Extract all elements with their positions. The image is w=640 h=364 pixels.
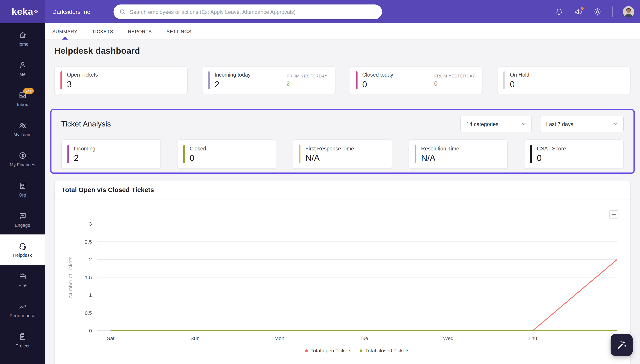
helpdesk-headset-icon — [18, 242, 27, 250]
sidebar-item-label: Me — [19, 72, 26, 76]
select-value: 14 categories — [467, 121, 498, 127]
ta-card-csat-score: CSAT Score 0 — [524, 140, 624, 169]
keka-logo[interactable]: keka — [0, 0, 45, 23]
accent-bar — [61, 72, 62, 89]
select-value: Last 7 days — [546, 121, 573, 127]
stat-card-on-hold: On Hold 0 — [497, 66, 630, 94]
user-avatar[interactable] — [623, 6, 634, 17]
page-title: Helpdesk dashboard — [54, 46, 630, 56]
from-yesterday-block: FROM YESTERDAY 0 — [434, 74, 477, 87]
legend-marker-icon — [360, 349, 362, 352]
accent-bar — [183, 145, 185, 163]
tab-tickets[interactable]: TICKETS — [92, 23, 113, 39]
org-building-icon — [18, 181, 27, 190]
search-input[interactable] — [130, 9, 377, 15]
accent-bar — [415, 145, 416, 163]
ta-card-incoming: Incoming 2 — [61, 140, 161, 169]
svg-text:Wed: Wed — [443, 335, 453, 341]
svg-text:0.5: 0.5 — [85, 310, 92, 316]
settings-gear-icon[interactable] — [593, 7, 602, 16]
sidebar-item-my-finances[interactable]: My Finances — [0, 144, 45, 174]
stat-value: 3 — [67, 79, 98, 89]
announcements-icon[interactable] — [574, 7, 583, 16]
accent-bar — [68, 145, 69, 163]
keka-flower-icon — [34, 5, 38, 16]
sidebar: Home Me 241 Inbox My Team My Finances Or… — [0, 23, 45, 364]
sidebar-item-project[interactable]: Project — [0, 325, 45, 355]
stat-label: Closed today — [362, 72, 393, 78]
sidebar-item-label: Project — [16, 343, 29, 348]
tab-reports[interactable]: REPORTS — [128, 23, 152, 39]
tab-summary[interactable]: SUMMARY — [52, 23, 77, 39]
legend-item[interactable]: Total open Tickets — [305, 348, 351, 354]
sidebar-item-hire[interactable]: Hire — [0, 264, 45, 295]
tickets-chart-svg: 00.511.522.53SatSunMonTueWedThuNumber of… — [61, 220, 624, 347]
notifications-bell-icon[interactable] — [555, 7, 564, 16]
stat-value: 0 — [190, 153, 206, 163]
sidebar-item-label: Hire — [18, 283, 27, 288]
date-range-select[interactable]: Last 7 days — [540, 116, 624, 132]
search-icon — [119, 8, 126, 16]
sidebar-item-label: Helpdesk — [13, 252, 32, 258]
engage-icon — [18, 211, 27, 220]
sidebar-item-my-team[interactable]: My Team — [0, 114, 45, 144]
svg-text:2.5: 2.5 — [85, 239, 92, 245]
accent-bar — [299, 145, 300, 163]
sidebar-item-label: Engage — [15, 222, 30, 228]
svg-text:3: 3 — [89, 221, 92, 227]
ticket-analysis-header: Ticket Analysis 14 categories Last 7 day… — [61, 116, 624, 132]
chart-title: Total Open v/s Closed Tickets — [62, 186, 154, 193]
stat-label: Resolution Time — [421, 145, 459, 151]
svg-text:1.5: 1.5 — [85, 274, 92, 280]
from-yesterday-value: 2 ↑ — [287, 80, 328, 87]
sidebar-item-performance[interactable]: Performance — [0, 295, 45, 325]
sidebar-item-org[interactable]: Org — [0, 174, 45, 204]
legend-label: Total closed Tickets — [365, 348, 409, 354]
legend-label: Total open Tickets — [310, 348, 351, 354]
accent-bar — [208, 72, 209, 89]
summary-cards-row: Open Tickets 3 Incoming today 2 FROM YES… — [54, 66, 630, 94]
legend-item[interactable]: Total closed Tickets — [360, 348, 409, 354]
svg-text:2: 2 — [89, 256, 92, 262]
stat-label: Incoming — [74, 145, 96, 151]
user-icon — [18, 60, 27, 69]
helpdesk-tabbar: SUMMARY TICKETS REPORTS SETTINGS — [45, 23, 640, 40]
project-clipboard-icon — [18, 332, 27, 341]
ticket-analysis-cards-row: Incoming 2 Closed 0 First Response Time — [61, 140, 624, 169]
finances-icon — [18, 151, 27, 160]
chart-context-menu-button[interactable] — [609, 210, 618, 218]
sidebar-item-label: My Finances — [10, 162, 35, 167]
stat-value: N/A — [421, 153, 459, 163]
ai-assistant-button[interactable] — [611, 334, 632, 356]
ticket-analysis-section: Ticket Analysis 14 categories Last 7 day… — [50, 109, 635, 174]
app-root: keka Darksiders Inc — [0, 0, 640, 364]
sidebar-item-inbox[interactable]: 241 Inbox — [0, 84, 45, 114]
hamburger-menu-icon — [611, 212, 616, 216]
home-icon — [18, 30, 27, 39]
stat-label: Incoming today — [215, 72, 251, 78]
from-yesterday-label: FROM YESTERDAY — [287, 74, 328, 78]
categories-select[interactable]: 14 categories — [461, 116, 532, 132]
magic-wand-icon — [616, 340, 627, 350]
keka-logo-text: keka — [12, 6, 33, 17]
tab-settings[interactable]: SETTINGS — [166, 23, 191, 39]
stat-value: 0 — [362, 79, 393, 89]
open-vs-closed-chart-card: Total Open v/s Closed Tickets 00.511.522… — [54, 181, 630, 364]
sidebar-item-me[interactable]: Me — [0, 54, 45, 84]
sidebar-item-home[interactable]: Home — [0, 23, 45, 54]
stat-value: 2 — [215, 79, 251, 89]
svg-text:Sat: Sat — [107, 335, 115, 341]
chart-body: 00.511.522.53SatSunMonTueWedThuNumber of… — [55, 220, 630, 354]
chevron-down-icon — [613, 123, 617, 125]
team-icon — [18, 121, 27, 130]
accent-bar — [530, 145, 532, 163]
global-search[interactable] — [113, 4, 382, 19]
sidebar-item-helpdesk[interactable]: Helpdesk — [0, 234, 45, 264]
stat-value: 0 — [537, 153, 566, 163]
from-yesterday-label: FROM YESTERDAY — [434, 74, 475, 78]
stat-label: CSAT Score — [537, 145, 566, 151]
svg-text:Mon: Mon — [274, 335, 284, 341]
stat-label: First Response Time — [305, 145, 354, 151]
sidebar-item-label: Org — [19, 192, 26, 197]
sidebar-item-engage[interactable]: Engage — [0, 204, 45, 234]
